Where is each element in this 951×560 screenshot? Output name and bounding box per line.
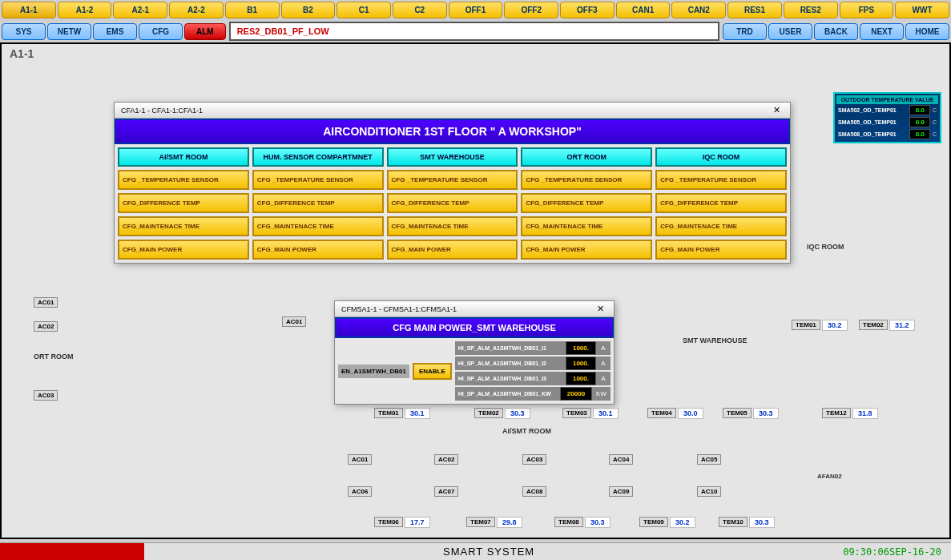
tem-label: TEM08 xyxy=(554,517,583,527)
tem-label: TEM07 xyxy=(466,517,495,527)
nav-can1[interactable]: CAN1 xyxy=(616,2,671,18)
nav-off3[interactable]: OFF3 xyxy=(560,2,615,18)
tem-value: 30.1 xyxy=(593,408,619,419)
config-item-button[interactable]: CFG_MAIN POWER xyxy=(387,240,518,260)
nav-a2-1[interactable]: A2-1 xyxy=(113,2,167,18)
config-item-button[interactable]: CFG_DIFFERENCE TEMP xyxy=(252,193,384,213)
param-unit: A xyxy=(596,342,610,354)
nav-a2-2[interactable]: A2-2 xyxy=(169,2,224,18)
db-label: EN_A1SMTWH_DB01 xyxy=(338,365,409,378)
config-item-button[interactable]: CFG_MAINTENACE TIME xyxy=(387,216,518,236)
tem-label: TEM09 xyxy=(639,517,668,527)
config-item-button[interactable]: CFG_MAIN POWER xyxy=(118,240,249,260)
nav-off2[interactable]: OFF2 xyxy=(504,2,558,18)
nav-fps[interactable]: FPS xyxy=(840,2,894,18)
nav-a1-2[interactable]: A1-2 xyxy=(58,2,112,18)
config-item-button[interactable]: CFG_MAIN POWER xyxy=(252,240,384,260)
nav-trd[interactable]: TRD xyxy=(723,23,767,40)
outdoor-temp-panel: OUTDOOR TEMPERATURE VALUE SMA502_OD_TEMP… xyxy=(833,92,941,143)
ac-unit-label[interactable]: AC01 xyxy=(34,297,58,308)
config-item-button[interactable]: CFG_MAINTENACE TIME xyxy=(118,216,249,236)
config-column-head: HUM. SENSOR COMPARTMNET xyxy=(252,147,384,167)
config-item-button[interactable]: CFG_MAINTENACE TIME xyxy=(655,216,787,236)
nav-res1[interactable]: RES1 xyxy=(727,2,782,18)
tem-value: 30.3 xyxy=(753,408,779,419)
enable-button[interactable]: ENABLE xyxy=(413,363,452,380)
tem-label: TEM06 xyxy=(374,517,403,527)
tem-label: TEM04 xyxy=(647,408,676,418)
close-icon[interactable]: ✕ xyxy=(770,105,784,115)
nav-home[interactable]: HOME xyxy=(905,23,949,40)
nav-cfg[interactable]: CFG xyxy=(139,23,183,40)
ac-unit-label[interactable]: AC07 xyxy=(434,486,458,497)
tem-value: 31.8 xyxy=(852,408,878,419)
param-value[interactable]: 20000 xyxy=(560,387,592,401)
ac-unit-label[interactable]: AC01 xyxy=(348,454,372,465)
room-label: ORT ROOM xyxy=(34,353,74,361)
config-item-button[interactable]: CFG_DIFFERENCE TEMP xyxy=(521,193,652,213)
ac-unit-label[interactable]: AC03 xyxy=(34,390,58,401)
ac-unit-label[interactable]: AC06 xyxy=(348,486,372,497)
config-item-button[interactable]: CFG_MAIN POWER xyxy=(655,240,787,260)
ac-unit-label[interactable]: AC08 xyxy=(522,486,546,497)
bottom-bar: SMART SYSTEM 09:30:06SEP-16-20 xyxy=(0,542,951,560)
ac-unit-label[interactable]: AC01 xyxy=(282,316,306,327)
nav-netw[interactable]: NETW xyxy=(47,23,91,40)
config-item-button[interactable]: CFG _TEMPERATURE SENSOR xyxy=(252,170,384,190)
nav-c2[interactable]: C2 xyxy=(393,2,447,18)
page-label: A1-1 xyxy=(10,47,34,60)
ac-unit-label[interactable]: AC09 xyxy=(609,486,633,497)
nav-res2[interactable]: RES2 xyxy=(784,2,838,18)
ac-unit-label[interactable]: AC02 xyxy=(34,321,58,332)
ac-unit-label[interactable]: AC02 xyxy=(434,454,458,465)
param-value[interactable]: 1000. xyxy=(566,341,596,355)
dialog-title: CFMSA1-1 - CFMSA1-1:CFMSA1-1 xyxy=(341,305,457,313)
alm-button[interactable]: ALM xyxy=(184,23,226,40)
config-column: IQC ROOMCFG _TEMPERATURE SENSORCFG_DIFFE… xyxy=(655,147,787,260)
config-item-button[interactable]: CFG _TEMPERATURE SENSOR xyxy=(521,170,652,190)
nav-user[interactable]: USER xyxy=(768,23,812,40)
outdoor-row: SMA505_OD_TEMP010.0C xyxy=(836,116,938,128)
config-item-button[interactable]: CFG_MAINTENACE TIME xyxy=(521,216,652,236)
ac-unit-label[interactable]: AC10 xyxy=(697,486,721,497)
main-area: A1-1 OUTDOOR TEMPERATURE VALUE SMA502_OD… xyxy=(0,42,951,539)
nav-back[interactable]: BACK xyxy=(814,23,858,40)
ac-unit-label[interactable]: AC05 xyxy=(697,454,721,465)
param-label: HI_SP_ALM_A1SMTWH_DB01_I2 xyxy=(455,358,566,369)
nav-b2[interactable]: B2 xyxy=(281,2,336,18)
config-item-button[interactable]: CFG_MAINTENACE TIME xyxy=(252,216,384,236)
param-row: HI_SP_ALM_A1SMTWH_DB01_KW20000KW xyxy=(455,387,610,401)
timestamp: 09:30:06SEP-16-20 xyxy=(833,546,951,558)
config-item-button[interactable]: CFG _TEMPERATURE SENSOR xyxy=(655,170,787,190)
nav-next[interactable]: NEXT xyxy=(860,23,904,40)
tem-value: 30.3 xyxy=(749,517,775,528)
config-item-button[interactable]: CFG_DIFFERENCE TEMP xyxy=(655,193,787,213)
config-column-head: ORT ROOM xyxy=(521,147,652,167)
outdoor-value: 0.0 xyxy=(909,105,930,115)
nav-wwt[interactable]: WWT xyxy=(895,2,949,18)
param-value[interactable]: 1000. xyxy=(566,357,596,370)
ac-unit-label[interactable]: AC04 xyxy=(609,454,633,465)
config-item-button[interactable]: CFG _TEMPERATURE SENSOR xyxy=(387,170,518,190)
outdoor-value: 0.0 xyxy=(909,117,930,127)
config-item-button[interactable]: CFG_MAIN POWER xyxy=(521,240,652,260)
nav-ems[interactable]: EMS xyxy=(93,23,137,40)
param-value[interactable]: 1000. xyxy=(566,372,596,385)
close-icon[interactable]: ✕ xyxy=(594,304,607,314)
ac-unit-label[interactable]: AC03 xyxy=(522,454,546,465)
nav-b1[interactable]: B1 xyxy=(225,2,280,18)
outdoor-value: 0.0 xyxy=(909,129,930,139)
config-dialog: CFA1-1 - CFA1-1:CFA1-1 ✕ AIRCONDITIONER … xyxy=(114,102,791,264)
config-item-button[interactable]: CFG_DIFFERENCE TEMP xyxy=(387,193,518,213)
param-unit: A xyxy=(596,357,610,369)
config-item-button[interactable]: CFG _TEMPERATURE SENSOR xyxy=(118,170,249,190)
nav-off1[interactable]: OFF1 xyxy=(449,2,503,18)
tem-label: TEM03 xyxy=(562,408,591,418)
tem-value: 30.2 xyxy=(822,320,848,331)
nav-can2[interactable]: CAN2 xyxy=(671,2,726,18)
nav-c1[interactable]: C1 xyxy=(336,2,391,18)
nav-sys[interactable]: SYS xyxy=(2,23,46,40)
config-item-button[interactable]: CFG_DIFFERENCE TEMP xyxy=(118,193,249,213)
nav-a1-1[interactable]: A1-1 xyxy=(2,2,56,18)
param-row: HI_SP_ALM_A1SMTWH_DB01_I31000.A xyxy=(455,372,610,385)
